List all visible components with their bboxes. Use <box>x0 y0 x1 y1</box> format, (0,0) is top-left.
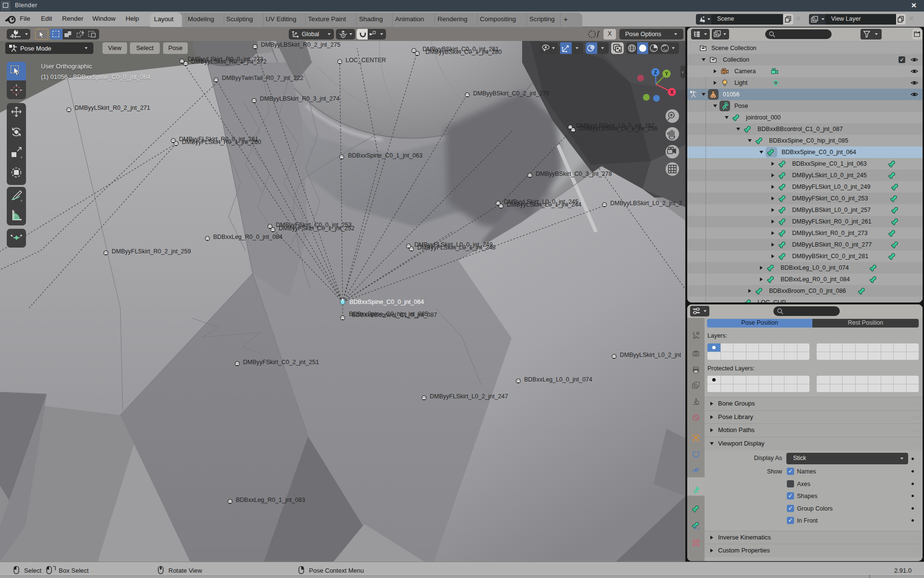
svg-text:DMByyFLSkirt_L0_2_jnt_247: DMByyFLSkirt_L0_2_jnt_247 <box>430 393 508 400</box>
svg-text:DMByyFLSkirt_R0_2_jnt_259: DMByyFLSkirt_R0_2_jnt_259 <box>112 248 191 255</box>
svg-text:DMByyBSkirt_C0_1_jnt_280: DMByyBSkirt_C0_1_jnt_280 <box>425 49 501 55</box>
svg-text:LOC_CENTER: LOC_CENTER <box>346 57 386 64</box>
svg-text:BDBxxSpine_C0_0_jnt_064: BDBxxSpine_C0_0_jnt_064 <box>349 299 424 305</box>
svg-text:‹: ‹ <box>682 69 683 75</box>
svg-text:X: X <box>670 90 674 95</box>
svg-text:DMByyLSkirt_L0_1_jnt_244: DMByyLSkirt_L0_1_jnt_244 <box>507 201 581 208</box>
svg-text:DMByyLBSkirt_L0_2_jnt_2: DMByyLBSkirt_L0_2_jnt_2 <box>610 200 682 207</box>
svg-text:DMByyLBSkirt_R0_3_jnt_274: DMByyLBSkirt_R0_3_jnt_274 <box>260 95 339 102</box>
svg-text:DMByyBSkirt_C0_2_jnt_279: DMByyBSkirt_C0_2_jnt_279 <box>473 90 549 97</box>
svg-text:DMByyFSkirt_C0_1_jnt_252: DMByyFSkirt_C0_1_jnt_252 <box>279 225 355 232</box>
svg-text:BDBxxSpine_C0_1_jnt_063: BDBxxSpine_C0_1_jnt_063 <box>348 152 423 159</box>
svg-text:DMByyLBSkirt_L0_1_jnt_256: DMByyLBSkirt_L0_1_jnt_256 <box>579 125 657 132</box>
svg-text:Z: Z <box>654 70 657 75</box>
svg-text:DMByyLSkirt_R0_1_jnt_272: DMByyLSkirt_R0_1_jnt_272 <box>191 58 267 65</box>
svg-text:BDBxxLeg_R0_1_jnt_083: BDBxxLeg_R0_1_jnt_083 <box>236 497 305 503</box>
svg-text:DMByyLBSkirt_R0_2_jnt_275: DMByyLBSkirt_R0_2_jnt_275 <box>261 41 340 48</box>
svg-text:DMByyTwinTail_R0_7_jnt_222: DMByyTwinTail_R0_7_jnt_222 <box>222 75 304 81</box>
svg-text:DMByyLSkirt_R0_2_jnt_271: DMByyLSkirt_R0_2_jnt_271 <box>75 105 150 111</box>
svg-text:DMByyFLSkirt_R0_1_jnt_260: DMByyFLSkirt_R0_1_jnt_260 <box>182 139 261 145</box>
svg-text:DMByyBSkirt_C0_3_jnt_278: DMByyBSkirt_C0_3_jnt_278 <box>536 171 612 177</box>
svg-text:Y: Y <box>665 71 668 77</box>
svg-text:BDBxxBBcontrol_C1_0_jnt_087: BDBxxBBcontrol_C1_0_jnt_087 <box>352 312 437 318</box>
svg-text:DMByyLSkirt_L0_2_jnt: DMByyLSkirt_L0_2_jnt <box>620 352 681 358</box>
svg-text:DMByyFLSkirt_L0_1_jnt_248: DMByyFLSkirt_L0_1_jnt_248 <box>417 244 496 251</box>
svg-text:BDBxxLeg_L0_0_jnt_074: BDBxxLeg_L0_0_jnt_074 <box>524 376 592 383</box>
svg-text:BDBxxLeg_R0_0_jnt_084: BDBxxLeg_R0_0_jnt_084 <box>213 234 282 240</box>
svg-text:DMByyFSkirt_C0_2_jnt_251: DMByyFSkirt_C0_2_jnt_251 <box>243 359 319 366</box>
